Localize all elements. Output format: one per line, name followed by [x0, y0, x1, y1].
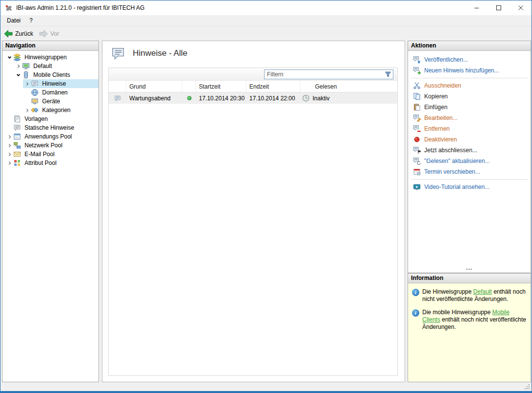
- action-kopieren[interactable]: Kopieren: [408, 91, 531, 102]
- column-header-grund[interactable]: Grund: [126, 81, 182, 92]
- action-label: Video-Tutorial ansehen...: [424, 184, 489, 190]
- grund-cell: Wartungsabend: [126, 92, 182, 104]
- tree-item-anwendungs-pool[interactable]: Anwendungs Pool: [2, 132, 98, 141]
- column-header-icon[interactable]: [109, 81, 126, 92]
- domaenen-icon: [31, 89, 39, 96]
- action-label: Termin verschieben...: [424, 168, 480, 175]
- window-title: IBI-aws Admin 1.21.0 - registriert für I…: [16, 4, 145, 11]
- tree-item-kategorien[interactable]: Kategorien: [2, 106, 98, 115]
- expander-icon[interactable]: [14, 74, 22, 76]
- expander-icon[interactable]: [5, 136, 13, 138]
- tree-item-vorlagen[interactable]: Vorlagen: [2, 115, 98, 123]
- actions-splitter-handle[interactable]: ...: [408, 266, 531, 272]
- geraete-icon: [31, 97, 39, 105]
- hinweise-icon: [31, 80, 39, 88]
- tree-item-label: Default: [32, 63, 53, 69]
- action-ausschneiden[interactable]: Ausschneiden: [408, 80, 531, 91]
- app-logo-icon: [5, 4, 13, 12]
- action-einfuegen[interactable]: Einfügen: [408, 102, 531, 113]
- main-content-panel: Hinweise - Alle Grund Startzeit Endzeit …: [102, 41, 405, 382]
- tree-item-label: Hinweise: [41, 80, 68, 87]
- action-label: Einfügen: [424, 104, 447, 111]
- mobile-clients-icon: [22, 71, 30, 79]
- gelesen-text: Inaktiv: [313, 95, 330, 102]
- close-button[interactable]: [509, 0, 532, 15]
- minimize-button[interactable]: [465, 0, 487, 15]
- hinweise-header-icon: [111, 46, 125, 60]
- endzeit-cell: 17.10.2014 22:00: [246, 92, 300, 104]
- window-controls: [465, 0, 532, 15]
- action-veroeffentlichen[interactable]: Veröffentlichen...: [408, 54, 531, 65]
- tree-item-mobile-clients[interactable]: Mobile Clients: [2, 70, 98, 79]
- expander-icon[interactable]: [23, 109, 31, 112]
- expander-icon[interactable]: [5, 162, 13, 164]
- tree-item-hinweise[interactable]: Hinweise: [2, 79, 98, 88]
- action-video-tutorial[interactable]: Video-Tutorial ansehen...: [408, 182, 531, 192]
- tree-item-label: E-Mail Pool: [23, 151, 56, 158]
- expander-icon[interactable]: [14, 65, 22, 68]
- refresh-read-icon: [413, 157, 421, 165]
- menu-bar: Datei ?: [0, 15, 532, 26]
- expander-icon[interactable]: [5, 144, 13, 147]
- forward-button[interactable]: Vor: [39, 30, 59, 38]
- statische-hinweise-icon: [13, 124, 21, 132]
- remove-icon: [413, 125, 421, 133]
- action-label: Jetzt abschliessen...: [424, 147, 477, 154]
- tree-item-label: Geräte: [41, 98, 62, 105]
- action-neuen-hinweis-hinzufuegen[interactable]: Neuen Hinweis hinzufügen...: [408, 65, 531, 76]
- deactivate-icon: [413, 136, 421, 143]
- back-button[interactable]: Zurück: [4, 30, 33, 38]
- publish-icon: [413, 56, 421, 64]
- finish-icon: [413, 146, 421, 154]
- action-deaktivieren[interactable]: Deaktivieren: [408, 134, 531, 145]
- tree-item-default[interactable]: Default: [2, 62, 98, 70]
- tree-item-label: Domänen: [41, 89, 69, 96]
- table-row[interactable]: Wartungsabend 17.10.2014 20:30 17.10.201…: [109, 92, 397, 104]
- column-header-status[interactable]: [182, 81, 196, 92]
- actions-separator: [411, 78, 528, 78]
- information-panel: Information i Die Hinweisgruppe Default …: [408, 273, 531, 382]
- column-header-endzeit[interactable]: Endzeit: [246, 81, 300, 92]
- action-jetzt-abschliessen[interactable]: Jetzt abschliessen...: [408, 145, 531, 156]
- status-bar: [0, 382, 532, 391]
- action-gelesen-aktualisieren[interactable]: "Gelesen" aktualisieren...: [408, 156, 531, 166]
- hinweisgruppen-icon: [13, 53, 21, 61]
- tree-item-label: Netzwerk Pool: [23, 142, 64, 149]
- tree-item-hinweisgruppen[interactable]: Hinweisgruppen: [2, 53, 98, 62]
- menu-help[interactable]: ?: [25, 16, 37, 25]
- hint-icon: [114, 95, 121, 102]
- column-header-gelesen[interactable]: Gelesen: [300, 81, 397, 92]
- tree-item-netzwerk-pool[interactable]: Netzwerk Pool: [2, 141, 98, 150]
- expander-icon[interactable]: [5, 153, 13, 156]
- action-label: "Gelesen" aktualisieren...: [424, 158, 490, 164]
- action-entfernen[interactable]: Entfernen: [408, 123, 531, 134]
- resize-grip[interactable]: [524, 384, 531, 390]
- attribut-pool-icon: [13, 159, 21, 167]
- filter-input[interactable]: [265, 70, 385, 79]
- default-group-icon: [22, 62, 30, 70]
- maximize-button[interactable]: [487, 0, 509, 15]
- filter-box: [264, 69, 393, 79]
- action-bearbeiten[interactable]: Bearbeiten...: [408, 113, 531, 123]
- edit-icon: [413, 114, 421, 122]
- info-link-default[interactable]: Default: [473, 288, 492, 295]
- tree-item-geraete[interactable]: Geräte: [2, 97, 98, 106]
- column-header-startzeit[interactable]: Startzeit: [196, 81, 246, 92]
- app-window: IBI-aws Admin 1.21.0 - registriert für I…: [0, 0, 532, 393]
- tree-item-email-pool[interactable]: E-Mail Pool: [2, 150, 98, 159]
- menu-datei[interactable]: Datei: [2, 16, 25, 25]
- table-header: Grund Startzeit Endzeit Gelesen: [109, 81, 397, 92]
- action-list: Veröffentlichen... Neuen Hinweis hinzufü…: [408, 51, 531, 192]
- action-termin-verschieben[interactable]: Termin verschieben...: [408, 166, 531, 177]
- filter-icon[interactable]: [385, 71, 391, 78]
- information-body: i Die Hinweisgruppe Default enthält noch…: [408, 283, 531, 331]
- tree-item-label: Mobile Clients: [32, 71, 72, 78]
- tree-item-domaenen[interactable]: Domänen: [2, 88, 98, 97]
- video-tutorial-icon: [413, 183, 421, 191]
- info-text-prefix: Die Hinweisgruppe: [422, 288, 473, 295]
- filter-band: [109, 68, 397, 81]
- expander-icon[interactable]: [5, 57, 13, 58]
- tree-item-attribut-pool[interactable]: Attribut Pool: [2, 159, 98, 167]
- tree-item-statische-hinweise[interactable]: Statische Hinweise: [2, 123, 98, 132]
- expander-icon[interactable]: [23, 83, 31, 85]
